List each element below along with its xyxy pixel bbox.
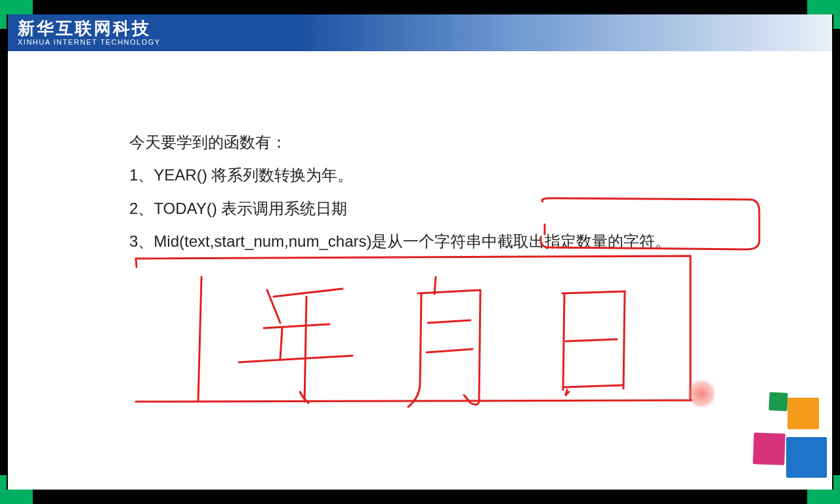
frame-corner-tl-side: [0, 14, 7, 29]
item-2: 2、TODAY() 表示调用系统日期: [129, 192, 671, 225]
slide: 新华互联网科技 XINHUA INTERNET TECHNOLOGY 今天要学到…: [8, 14, 832, 490]
frame-corner-bl: [0, 490, 33, 504]
logo-chinese: 新华互联网科技: [18, 20, 161, 37]
frame-corner-tl: [0, 0, 33, 14]
frame-corner-tr: [807, 0, 840, 14]
deco-square-blue: [786, 437, 827, 478]
handwritten-char-month: [408, 277, 480, 407]
handwritten-stroke-1: [198, 277, 201, 400]
intro-line: 今天要学到的函数有：: [129, 126, 671, 159]
handwritten-char-year: [239, 289, 352, 403]
slide-header: 新华互联网科技 XINHUA INTERNET TECHNOLOGY: [8, 14, 832, 51]
frame-corner-br: [807, 490, 840, 504]
handwritten-char-day: [562, 291, 625, 395]
deco-square-green: [768, 392, 788, 411]
frame-corner-br-side: [833, 475, 840, 490]
big-box-annotation: [136, 256, 692, 402]
deco-square-orange: [788, 398, 819, 429]
deco-square-pink: [753, 432, 786, 465]
laser-pointer: [687, 379, 716, 408]
item-1: 1、YEAR() 将系列数转换为年。: [129, 159, 671, 192]
frame-corner-bl-side: [0, 475, 7, 490]
logo-english: XINHUA INTERNET TECHNOLOGY: [18, 38, 161, 46]
item-3: 3、Mid(text,start_num,num_chars)是从一个字符串中截…: [129, 225, 671, 258]
frame-corner-tr-side: [833, 14, 840, 29]
slide-content: 今天要学到的函数有： 1、YEAR() 将系列数转换为年。 2、TODAY() …: [129, 126, 671, 259]
